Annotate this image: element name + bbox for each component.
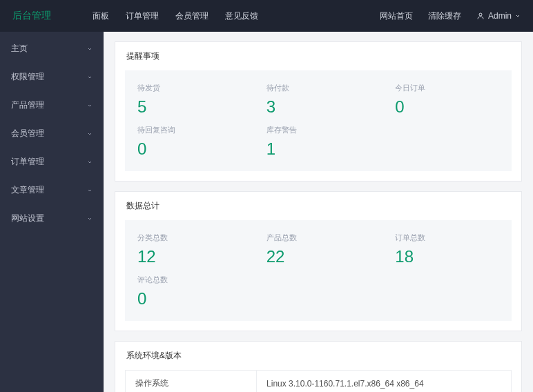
stat-label: 今日订单 [395, 83, 499, 93]
stat-pending-ship: 待发货 5 [125, 79, 254, 121]
stat-value: 0 [137, 139, 242, 159]
stat-label: 库存警告 [266, 125, 371, 135]
sidebar-item-label: 网站设置 [11, 213, 44, 224]
sidebar: 主页 权限管理 产品管理 会员管理 订单管理 文章管理 网站设置 [0, 32, 104, 392]
stat-value: 3 [266, 97, 371, 117]
nav-orders[interactable]: 订单管理 [126, 10, 159, 22]
stat-stock-warning: 库存警告 1 [254, 121, 383, 163]
sidebar-item-settings[interactable]: 网站设置 [0, 204, 104, 233]
stat-value: 1 [266, 139, 371, 159]
env-title: 系统环境&版本 [115, 342, 521, 370]
sidebar-item-label: 主页 [11, 43, 28, 55]
table-row: 操作系统 Linux 3.10.0-1160.71.1.el7.x86_64 x… [126, 371, 512, 393]
stat-products: 产品总数 22 [254, 228, 383, 271]
nav-clear-cache[interactable]: 清除缓存 [428, 10, 461, 22]
chevron-down-icon [87, 216, 93, 222]
chevron-down-icon [87, 46, 93, 52]
env-value: Linux 3.10.0-1160.71.1.el7.x86_64 x86_64 [257, 371, 512, 393]
chevron-down-icon [87, 188, 93, 193]
nav-right: 网站首页 清除缓存 Admin [380, 10, 521, 22]
stat-orders: 订单总数 18 [382, 228, 512, 271]
stat-value: 5 [137, 97, 242, 117]
sidebar-item-orders[interactable]: 订单管理 [0, 148, 104, 176]
stat-label: 订单总数 [395, 233, 499, 243]
logo: 后台管理 [12, 10, 51, 22]
chevron-down-icon [87, 131, 93, 137]
reminders-card: 提醒事项 待发货 5 待付款 3 今日订单 0 待回复咨询 0 [115, 41, 522, 182]
sidebar-item-products[interactable]: 产品管理 [0, 91, 104, 119]
chevron-down-icon [87, 159, 93, 165]
env-card: 系统环境&版本 操作系统 Linux 3.10.0-1160.71.1.el7.… [115, 341, 522, 392]
nav-left: 面板 订单管理 会员管理 意见反馈 [93, 10, 258, 22]
nav-site-home[interactable]: 网站首页 [380, 10, 413, 22]
env-table: 操作系统 Linux 3.10.0-1160.71.1.el7.x86_64 x… [125, 370, 512, 392]
chevron-down-icon [87, 75, 93, 80]
nav-feedback[interactable]: 意见反馈 [225, 10, 258, 22]
sidebar-item-members[interactable]: 会员管理 [0, 119, 104, 148]
container: 主页 权限管理 产品管理 会员管理 订单管理 文章管理 网站设置 [0, 32, 533, 392]
stat-label: 产品总数 [266, 233, 371, 243]
stat-label: 评论总数 [137, 275, 242, 285]
sidebar-item-articles[interactable]: 文章管理 [0, 176, 104, 204]
stat-value: 12 [137, 247, 242, 266]
stat-today-orders: 今日订单 0 [382, 79, 512, 121]
user-icon [476, 12, 485, 20]
sidebar-item-label: 会员管理 [11, 128, 44, 139]
chevron-down-icon [87, 103, 93, 108]
nav-dashboard[interactable]: 面板 [93, 10, 109, 22]
stat-value: 0 [137, 289, 242, 308]
stat-pending-reply: 待回复咨询 0 [125, 121, 254, 163]
sidebar-item-home[interactable]: 主页 [0, 35, 104, 63]
nav-members[interactable]: 会员管理 [175, 10, 209, 22]
totals-title: 数据总计 [115, 192, 521, 220]
env-key: 操作系统 [126, 371, 257, 393]
sidebar-item-label: 文章管理 [11, 184, 44, 196]
stat-label: 待发货 [137, 83, 242, 93]
stat-value: 22 [266, 247, 371, 266]
sidebar-item-permissions[interactable]: 权限管理 [0, 63, 104, 91]
stat-label: 待回复咨询 [137, 125, 242, 135]
sidebar-item-label: 产品管理 [11, 99, 44, 111]
stat-label: 分类总数 [137, 233, 242, 243]
stat-reviews: 评论总数 0 [125, 271, 254, 313]
admin-label: Admin [488, 11, 512, 21]
stat-pending-pay: 待付款 3 [254, 79, 383, 121]
stat-categories: 分类总数 12 [125, 228, 254, 271]
main-content: 提醒事项 待发货 5 待付款 3 今日订单 0 待回复咨询 0 [104, 32, 533, 392]
totals-card: 数据总计 分类总数 12 产品总数 22 订单总数 18 评论总数 0 [115, 191, 522, 331]
reminders-grid: 待发货 5 待付款 3 今日订单 0 待回复咨询 0 库存警告 1 [125, 70, 512, 171]
sidebar-item-label: 权限管理 [11, 71, 44, 83]
stat-value: 18 [395, 247, 499, 266]
svg-point-0 [479, 13, 482, 16]
totals-grid: 分类总数 12 产品总数 22 订单总数 18 评论总数 0 [125, 220, 512, 321]
stat-value: 0 [395, 97, 499, 117]
sidebar-item-label: 订单管理 [11, 156, 44, 168]
topbar: 后台管理 面板 订单管理 会员管理 意见反馈 网站首页 清除缓存 Admin [0, 0, 533, 32]
stat-label: 待付款 [266, 83, 371, 93]
reminders-title: 提醒事项 [115, 42, 521, 70]
admin-menu[interactable]: Admin [476, 11, 521, 21]
chevron-down-icon [515, 13, 521, 19]
